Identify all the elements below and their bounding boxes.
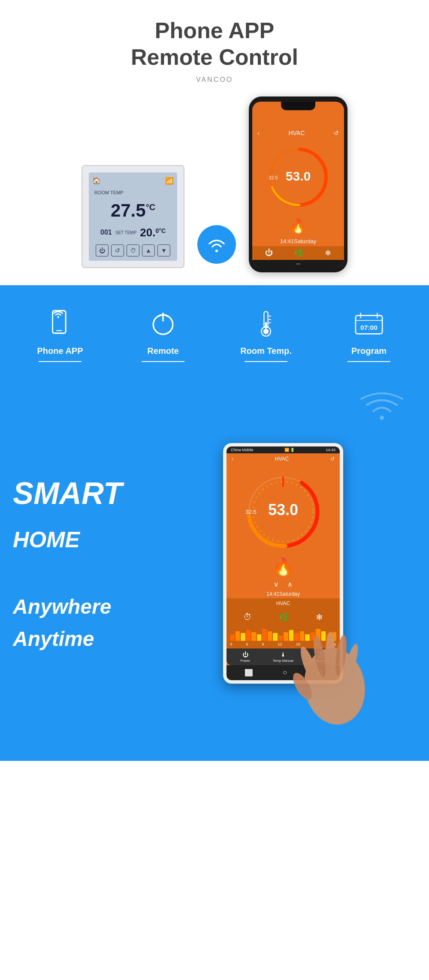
time-status: 14:43 bbox=[326, 448, 335, 452]
bar-1 bbox=[230, 634, 235, 641]
phone-screen: ‹ HVAC ↺ 53.0 32.5 🔥 14:41Saturday bbox=[252, 102, 344, 267]
section-features: Phone APP Remote Room Te bbox=[0, 285, 429, 375]
svg-point-8 bbox=[57, 316, 59, 318]
smart-title: SMART bbox=[13, 476, 150, 510]
thermometer-icon bbox=[251, 309, 281, 339]
app-flame-icon: 🔥 bbox=[227, 555, 340, 579]
bar-3 bbox=[241, 633, 245, 641]
clock-icon-app: ⏱ bbox=[243, 612, 252, 622]
svg-text:32.5: 32.5 bbox=[269, 175, 278, 180]
remote-icon-area bbox=[146, 307, 180, 341]
power-icon bbox=[148, 309, 178, 339]
thermometer-icon-area bbox=[249, 307, 283, 341]
nav-temp-icon: 🌡 bbox=[280, 651, 286, 658]
phone-hand-wrapper: China Mobile 📶 🔋 14:43 ‹ HVAC ↺ bbox=[223, 443, 343, 684]
bar-8 bbox=[268, 631, 272, 641]
flame-display: 🔥 bbox=[252, 218, 344, 234]
bar-6 bbox=[257, 634, 262, 641]
app-icon-row: ⏱ 🌿 ❄ bbox=[227, 609, 340, 626]
bar-5 bbox=[251, 632, 256, 641]
down-arrow-icon: ∨ bbox=[274, 580, 279, 588]
app-gauge-area: 53.0 32.5 bbox=[227, 464, 340, 555]
hvac-bottom-bar: ⏻ 🌿 ❄ bbox=[252, 246, 344, 260]
main-title: Phone APP Remote Control bbox=[131, 17, 298, 71]
anywhere-text: Anywhere bbox=[13, 595, 150, 618]
smart-phone-col: China Mobile 📶 🔋 14:43 ‹ HVAC ↺ bbox=[150, 443, 416, 684]
thermo-buttons-row: ⏻ ↺ ⏱ ▲ ▼ bbox=[92, 244, 174, 256]
bar-11 bbox=[284, 632, 288, 641]
snow-icon-bottom: ❄ bbox=[325, 248, 331, 258]
wifi-icon-small: 📶 bbox=[165, 177, 174, 185]
set-temp-label: SET TEMP bbox=[115, 230, 137, 235]
chart-label-3: 3 bbox=[230, 642, 232, 646]
nav-temp-manual[interactable]: 🌡 Temp Manual bbox=[273, 651, 293, 663]
remote-underline bbox=[142, 361, 184, 362]
svg-point-0 bbox=[215, 250, 218, 252]
bar-2 bbox=[236, 631, 240, 641]
hand-holding bbox=[292, 630, 378, 727]
thermo-icons-row: 🏠 📶 bbox=[92, 177, 174, 185]
clock-btn[interactable]: ⏱ bbox=[127, 244, 139, 256]
room-temp-label: ROOM TEMP bbox=[92, 190, 124, 195]
chart-label-6: 6 bbox=[246, 642, 248, 646]
hvac-header: ‹ HVAC ↺ bbox=[252, 127, 344, 139]
home-bar: — bbox=[252, 260, 344, 267]
refresh-icon: ↺ bbox=[334, 130, 339, 136]
svg-point-34 bbox=[326, 632, 335, 676]
hvac-title: HVAC bbox=[288, 130, 305, 136]
app-arrows: ∨ ∧ bbox=[227, 579, 340, 590]
status-bar: China Mobile 📶 🔋 14:43 bbox=[227, 446, 340, 453]
app-refresh-icon: ↺ bbox=[330, 456, 335, 462]
app-gauge-svg: 53.0 32.5 bbox=[242, 471, 324, 552]
nav-circle-icon: ○ bbox=[283, 669, 287, 677]
program-underline bbox=[347, 361, 390, 362]
carrier-label: China Mobile bbox=[231, 448, 254, 452]
room-temp-underline bbox=[245, 361, 287, 362]
nav-power[interactable]: ⏻ Power bbox=[240, 651, 250, 663]
phone-wifi-icon bbox=[45, 309, 75, 339]
chart-label-9: 9 bbox=[262, 642, 264, 646]
program-icon-area: 07:00 bbox=[352, 307, 386, 341]
back-icon: ‹ bbox=[257, 130, 260, 136]
program-label: Program bbox=[351, 346, 387, 356]
up-btn[interactable]: ▲ bbox=[142, 244, 155, 256]
phone-app-icon-area bbox=[43, 307, 77, 341]
nav-power-icon: ⏻ bbox=[242, 651, 248, 658]
app-hvac-header: ‹ HVAC ↺ bbox=[227, 453, 340, 464]
bar-4 bbox=[246, 630, 251, 641]
time-display: 14:41Saturday bbox=[252, 236, 344, 246]
down-btn[interactable]: ▼ bbox=[157, 244, 170, 256]
phone-mockup-top: ‹ HVAC ↺ 53.0 32.5 🔥 14:41Saturday bbox=[249, 96, 347, 272]
phone-notch bbox=[281, 102, 315, 110]
hand-svg bbox=[292, 630, 378, 725]
power-btn[interactable]: ⏻ bbox=[96, 244, 109, 256]
anytime-text: Anytime bbox=[13, 627, 150, 651]
home-icon: 🏠 bbox=[92, 177, 101, 185]
phone-app-underline bbox=[39, 361, 82, 362]
section-top: Phone APP Remote Control VANCOO 🏠 📶 ROOM… bbox=[0, 0, 429, 285]
gauge-container: 53.0 32.5 bbox=[252, 139, 344, 216]
brand-label: VANCOO bbox=[196, 76, 233, 84]
program-clock-icon: 07:00 bbox=[354, 309, 384, 339]
thermostat-device: 🏠 📶 ROOM TEMP 27.5°C 001 SET TEMP 20.0°C… bbox=[82, 165, 184, 268]
thermostat-screen: 🏠 📶 ROOM TEMP 27.5°C 001 SET TEMP 20.0°C… bbox=[89, 172, 177, 261]
leaf-icon-bottom: 🌿 bbox=[294, 248, 303, 258]
phone-app-label: Phone APP bbox=[37, 346, 83, 356]
svg-rect-13 bbox=[265, 322, 267, 329]
svg-text:53.0: 53.0 bbox=[268, 501, 298, 519]
feature-remote: Remote bbox=[129, 307, 197, 362]
mode-btn[interactable]: ↺ bbox=[111, 244, 124, 256]
nav-temp-label: Temp Manual bbox=[273, 659, 293, 663]
home-title: HOME bbox=[13, 528, 150, 552]
gauge-svg: 53.0 32.5 bbox=[264, 143, 332, 211]
svg-point-14 bbox=[263, 329, 269, 334]
devices-row: 🏠 📶 ROOM TEMP 27.5°C 001 SET TEMP 20.0°C… bbox=[9, 96, 420, 272]
room-temp-label: Room Temp. bbox=[240, 346, 292, 356]
nav-square-icon: ⬜ bbox=[245, 669, 253, 677]
up-arrow-icon: ∧ bbox=[287, 580, 293, 588]
app-hvac-title: HVAC bbox=[275, 456, 289, 462]
mode-icon-app: 🌿 bbox=[278, 612, 289, 622]
svg-text:07:00: 07:00 bbox=[360, 324, 378, 331]
wifi-signal-icon bbox=[206, 236, 227, 253]
bar-10 bbox=[278, 636, 283, 641]
